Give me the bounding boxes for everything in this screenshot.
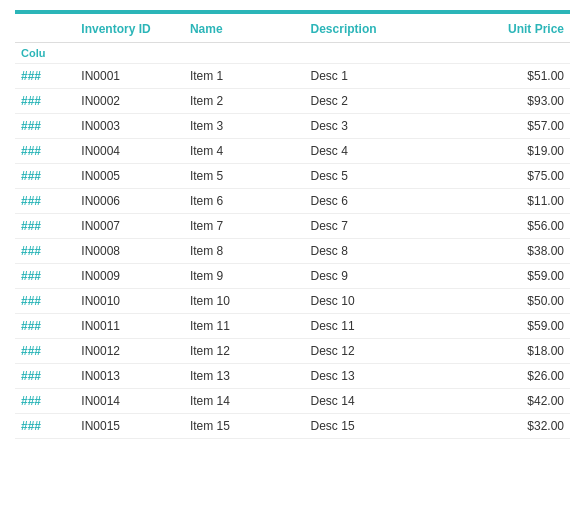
cell-unit-price: $59.00 xyxy=(473,264,570,289)
table-body: Colu ###IN0001Item 1Desc 1$51.00###IN000… xyxy=(15,43,570,439)
cell-inventory-id: IN0011 xyxy=(75,314,184,339)
cell-inventory-id: IN0010 xyxy=(75,289,184,314)
cell-name: Item 12 xyxy=(184,339,305,364)
table-row: ###IN0015Item 15Desc 15$32.00 xyxy=(15,414,570,439)
cell-unit-price: $59.00 xyxy=(473,314,570,339)
cell-row-num: ### xyxy=(15,214,75,239)
subheader-inventory-id xyxy=(75,43,184,64)
cell-unit-price: $32.00 xyxy=(473,414,570,439)
cell-row-num: ### xyxy=(15,89,75,114)
subheader-row-num: Colu xyxy=(15,43,75,64)
cell-unit-price: $38.00 xyxy=(473,239,570,264)
table-row: ###IN0014Item 14Desc 14$42.00 xyxy=(15,389,570,414)
cell-description: Desc 1 xyxy=(305,64,474,89)
cell-inventory-id: IN0008 xyxy=(75,239,184,264)
table-row: ###IN0001Item 1Desc 1$51.00 xyxy=(15,64,570,89)
cell-unit-price: $42.00 xyxy=(473,389,570,414)
table-row: ###IN0013Item 13Desc 13$26.00 xyxy=(15,364,570,389)
cell-unit-price: $18.00 xyxy=(473,339,570,364)
cell-row-num: ### xyxy=(15,314,75,339)
col-header-name: Name xyxy=(184,14,305,43)
cell-name: Item 8 xyxy=(184,239,305,264)
cell-name: Item 9 xyxy=(184,264,305,289)
cell-description: Desc 14 xyxy=(305,389,474,414)
col-header-row-num xyxy=(15,14,75,43)
cell-name: Item 4 xyxy=(184,139,305,164)
cell-unit-price: $50.00 xyxy=(473,289,570,314)
col-header-description: Description xyxy=(305,14,474,43)
subheader-row: Colu xyxy=(15,43,570,64)
cell-name: Item 7 xyxy=(184,214,305,239)
cell-description: Desc 7 xyxy=(305,214,474,239)
cell-name: Item 13 xyxy=(184,364,305,389)
cell-inventory-id: IN0013 xyxy=(75,364,184,389)
table-row: ###IN0002Item 2Desc 2$93.00 xyxy=(15,89,570,114)
cell-inventory-id: IN0004 xyxy=(75,139,184,164)
cell-name: Item 5 xyxy=(184,164,305,189)
table-row: ###IN0003Item 3Desc 3$57.00 xyxy=(15,114,570,139)
cell-inventory-id: IN0006 xyxy=(75,189,184,214)
cell-inventory-id: IN0014 xyxy=(75,389,184,414)
cell-row-num: ### xyxy=(15,189,75,214)
subheader-unit-price xyxy=(473,43,570,64)
cell-name: Item 15 xyxy=(184,414,305,439)
cell-inventory-id: IN0007 xyxy=(75,214,184,239)
table-row: ###IN0012Item 12Desc 12$18.00 xyxy=(15,339,570,364)
cell-description: Desc 3 xyxy=(305,114,474,139)
cell-row-num: ### xyxy=(15,164,75,189)
cell-description: Desc 2 xyxy=(305,89,474,114)
table-row: ###IN0011Item 11Desc 11$59.00 xyxy=(15,314,570,339)
cell-description: Desc 13 xyxy=(305,364,474,389)
subheader-description xyxy=(305,43,474,64)
main-container: Inventory ID Name Description Unit Price… xyxy=(0,0,585,530)
cell-row-num: ### xyxy=(15,114,75,139)
cell-inventory-id: IN0012 xyxy=(75,339,184,364)
table-row: ###IN0008Item 8Desc 8$38.00 xyxy=(15,239,570,264)
inventory-table: Inventory ID Name Description Unit Price… xyxy=(15,14,570,439)
cell-name: Item 3 xyxy=(184,114,305,139)
cell-unit-price: $93.00 xyxy=(473,89,570,114)
cell-unit-price: $75.00 xyxy=(473,164,570,189)
cell-description: Desc 11 xyxy=(305,314,474,339)
cell-description: Desc 8 xyxy=(305,239,474,264)
cell-inventory-id: IN0005 xyxy=(75,164,184,189)
cell-row-num: ### xyxy=(15,364,75,389)
cell-description: Desc 6 xyxy=(305,189,474,214)
cell-name: Item 2 xyxy=(184,89,305,114)
cell-unit-price: $11.00 xyxy=(473,189,570,214)
table-row: ###IN0005Item 5Desc 5$75.00 xyxy=(15,164,570,189)
col-header-inventory-id: Inventory ID xyxy=(75,14,184,43)
cell-name: Item 14 xyxy=(184,389,305,414)
table-row: ###IN0007Item 7Desc 7$56.00 xyxy=(15,214,570,239)
table-row: ###IN0004Item 4Desc 4$19.00 xyxy=(15,139,570,164)
cell-name: Item 10 xyxy=(184,289,305,314)
cell-row-num: ### xyxy=(15,139,75,164)
cell-row-num: ### xyxy=(15,339,75,364)
cell-description: Desc 15 xyxy=(305,414,474,439)
cell-inventory-id: IN0002 xyxy=(75,89,184,114)
col-header-unit-price: Unit Price xyxy=(473,14,570,43)
cell-name: Item 11 xyxy=(184,314,305,339)
cell-row-num: ### xyxy=(15,289,75,314)
table-wrapper: Inventory ID Name Description Unit Price… xyxy=(0,14,585,439)
cell-inventory-id: IN0003 xyxy=(75,114,184,139)
cell-row-num: ### xyxy=(15,414,75,439)
cell-description: Desc 4 xyxy=(305,139,474,164)
subheader-name xyxy=(184,43,305,64)
cell-description: Desc 5 xyxy=(305,164,474,189)
cell-description: Desc 12 xyxy=(305,339,474,364)
cell-inventory-id: IN0015 xyxy=(75,414,184,439)
cell-unit-price: $51.00 xyxy=(473,64,570,89)
cell-row-num: ### xyxy=(15,389,75,414)
cell-unit-price: $26.00 xyxy=(473,364,570,389)
cell-row-num: ### xyxy=(15,64,75,89)
cell-inventory-id: IN0009 xyxy=(75,264,184,289)
cell-name: Item 6 xyxy=(184,189,305,214)
cell-description: Desc 9 xyxy=(305,264,474,289)
cell-row-num: ### xyxy=(15,264,75,289)
cell-unit-price: $57.00 xyxy=(473,114,570,139)
cell-unit-price: $19.00 xyxy=(473,139,570,164)
cell-description: Desc 10 xyxy=(305,289,474,314)
table-row: ###IN0009Item 9Desc 9$59.00 xyxy=(15,264,570,289)
cell-name: Item 1 xyxy=(184,64,305,89)
